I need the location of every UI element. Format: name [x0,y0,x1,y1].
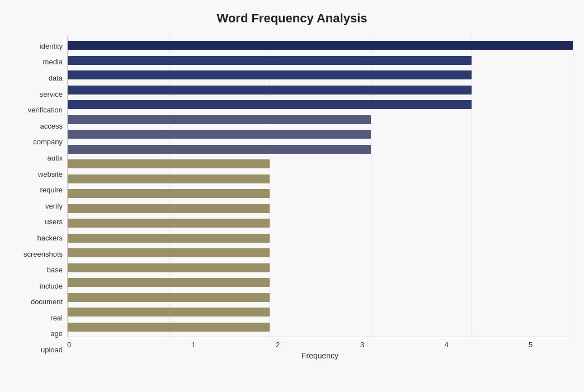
bar-row [68,142,573,157]
bar-row [68,186,573,201]
y-label: document [31,298,63,305]
chart-title: Word Frequency Analysis [11,11,573,26]
y-label: age [50,330,63,337]
chart-container: Word Frequency Analysis identitymediadat… [0,0,584,392]
bars-and-xaxis: 012345 Frequency [67,36,573,360]
y-label: screenshots [23,251,63,258]
y-label: autix [48,154,63,162]
bar-row [68,97,573,112]
bars-inner [68,36,573,337]
bar [68,41,573,50]
bars-area [67,36,573,337]
bar-row [68,157,573,172]
bar [68,174,270,183]
bar-row [68,305,573,320]
bar [68,248,270,257]
y-label: verification [28,106,63,114]
bar [68,145,371,154]
y-label: include [40,282,63,290]
y-label: media [43,58,63,65]
bar [68,159,270,168]
bar [68,204,270,213]
bar-row [68,172,573,187]
y-label: website [38,171,63,178]
x-tick: 1 [152,341,236,349]
y-label: real [50,314,63,322]
x-tick: 3 [320,341,404,349]
bar-row [68,320,573,335]
bar-row [68,261,573,276]
y-label: identity [40,42,63,50]
x-tick: 5 [488,341,573,349]
x-tick: 0 [67,341,152,349]
grid-line [573,36,573,337]
bar-row [68,127,573,142]
y-label: base [47,266,63,273]
y-label: users [45,218,63,225]
bar [68,308,270,317]
bar [68,70,472,79]
x-tick: 2 [236,341,320,349]
y-label: company [33,138,63,145]
bar [68,278,270,287]
bar-row [68,68,573,83]
bar [68,115,371,124]
bar [68,293,270,302]
bar-row [68,290,573,305]
y-label: verify [45,202,63,210]
x-axis-labels: 012345 [67,337,573,349]
y-axis: identitymediadataserviceverificationacce… [11,36,67,360]
bar [68,189,270,198]
bar-row [68,245,573,261]
bar-row [68,231,573,246]
y-label: upload [41,346,63,353]
chart-area: identitymediadataserviceverificationacce… [11,36,573,360]
bar-row [68,201,573,216]
bar-row [68,216,573,231]
bar [68,56,472,65]
bar [68,219,270,228]
bar [68,323,270,332]
bar [68,130,371,139]
x-axis-title: Frequency [67,351,573,360]
bar [68,86,472,95]
y-label: service [40,91,63,98]
bar-row [68,53,573,68]
bar-row [68,83,573,98]
y-label: hackers [37,234,63,242]
y-label: access [40,122,63,130]
x-tick: 4 [404,341,489,349]
bar [68,100,472,109]
bar-row [68,112,573,127]
bar [68,263,270,272]
bar-row [68,38,573,53]
y-label: require [40,186,63,193]
bar-row [68,275,573,290]
bar [68,234,270,243]
y-label: data [49,74,63,82]
